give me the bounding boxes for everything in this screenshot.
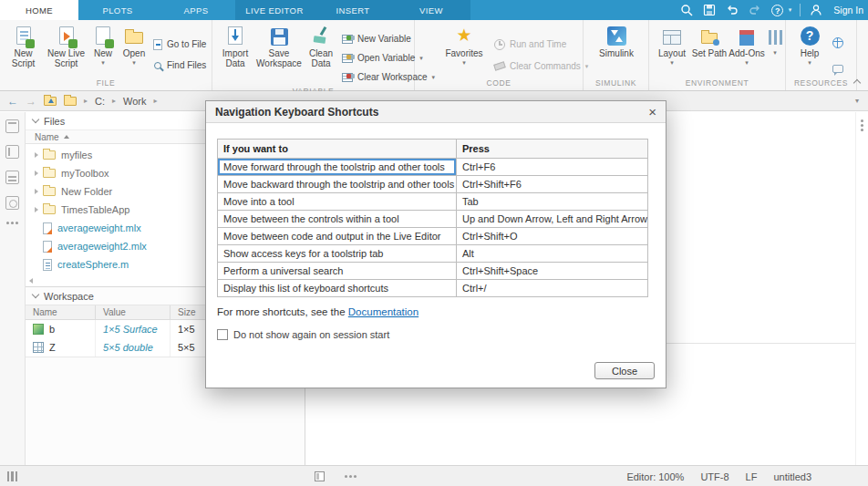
documentation-link[interactable]: Documentation — [348, 306, 418, 317]
import-data-button[interactable]: Import Data — [215, 23, 255, 68]
expand-chevron-icon[interactable] — [35, 171, 38, 176]
layout-button[interactable]: Layout ▾ — [654, 23, 690, 66]
folder-icon — [43, 169, 56, 178]
shortcut-keys: Up and Down Arrow, Left and Right Arrow — [457, 211, 648, 228]
new-button[interactable]: New ▾ — [88, 23, 118, 66]
table-row[interactable]: Move between the controls within a tool … — [218, 211, 648, 228]
tab-view[interactable]: VIEW — [392, 0, 470, 20]
favorites-button[interactable]: ★ Favorites ▾ — [442, 23, 486, 66]
breadcrumb-drive[interactable]: C: — [95, 96, 105, 107]
recent-folders-caret-icon[interactable]: ▾ — [855, 97, 859, 105]
shortcut-action[interactable]: Show access keys for a toolstrip tab — [218, 245, 457, 263]
clear-commands-button[interactable]: Clear Commands ▾ — [491, 57, 591, 75]
add-ons-button[interactable]: Add-Ons ▾ — [728, 23, 765, 66]
simulink-label: Simulink — [599, 48, 634, 58]
more-panels-icon[interactable] — [6, 222, 9, 224]
dialog-body: If you want to Press Move forward throug… — [206, 123, 666, 388]
collapse-files-icon[interactable] — [32, 116, 39, 123]
tree-item-label: myfiles — [61, 150, 92, 160]
chevron-down-icon: ▾ — [462, 59, 466, 66]
dont-show-again-checkbox[interactable] — [217, 329, 228, 340]
files-panel-icon[interactable] — [5, 119, 19, 133]
ribbon-section-variable: Import Data Save Workspace Clean Data Ne… — [212, 20, 415, 90]
panel-toggle-icon[interactable] — [315, 471, 325, 481]
search-icon[interactable] — [679, 3, 694, 17]
close-button[interactable]: Close — [594, 362, 655, 379]
find-files-button[interactable]: Find Files — [150, 57, 209, 74]
file-encoding[interactable]: UTF-8 — [700, 471, 728, 482]
shortcut-action[interactable]: Perform a universal search — [218, 263, 457, 280]
redo-icon[interactable] — [748, 3, 762, 17]
expand-chevron-icon[interactable] — [35, 207, 38, 212]
layout-grip-icon[interactable] — [7, 471, 17, 481]
shortcut-action[interactable]: Move forward through the toolstrip and o… — [218, 159, 457, 176]
table-row[interactable]: Move forward through the toolstrip and o… — [218, 159, 648, 176]
tab-plots[interactable]: PLOTS — [78, 0, 157, 20]
shortcut-action[interactable]: Move between the controls within a tool — [218, 211, 457, 228]
tab-home[interactable]: HOME — [0, 0, 78, 20]
shortcut-action[interactable]: Move between code and output in the Live… — [218, 228, 457, 245]
back-button[interactable]: ← — [7, 91, 18, 111]
request-support-button[interactable] — [830, 60, 846, 78]
expand-chevron-icon[interactable] — [35, 152, 38, 158]
table-row[interactable]: Perform a universal search Ctrl+Shift+Sp… — [218, 263, 648, 280]
properties-panel-icon[interactable] — [5, 171, 19, 184]
expand-chevron-icon[interactable] — [35, 189, 38, 194]
plots-panel-icon[interactable] — [5, 196, 19, 210]
chevron-down-icon: ▾ — [773, 49, 777, 56]
shortcut-action[interactable]: Move into a tool — [218, 193, 457, 211]
breadcrumb-separator-icon: ▸ — [84, 97, 88, 105]
clean-data-button[interactable]: Clean Data — [303, 23, 339, 68]
clear-commands-icon — [493, 61, 506, 70]
more-status-icon[interactable] — [345, 475, 347, 478]
line-ending[interactable]: LF — [746, 471, 758, 482]
save-icon[interactable] — [702, 3, 717, 17]
table-row[interactable]: Display this list of keyboard shortcuts … — [218, 280, 648, 297]
add-ons-icon — [739, 35, 754, 46]
tab-insert[interactable]: INSERT — [314, 0, 392, 20]
scroll-left-icon[interactable] — [29, 278, 33, 284]
shortcut-action[interactable]: Move backward through the toolstrip and … — [218, 176, 457, 193]
shortcut-action[interactable]: Display this list of keyboard shortcuts — [218, 280, 457, 297]
help-button[interactable]: ? Help ▾ — [793, 23, 826, 66]
close-icon[interactable]: × — [648, 105, 656, 119]
table-row[interactable]: Show access keys for a toolstrip tab Alt — [218, 245, 648, 263]
new-icon — [96, 26, 110, 45]
tab-live-editor[interactable]: LIVE EDITOR — [235, 0, 314, 20]
workspace-panel-icon[interactable] — [5, 145, 19, 159]
new-live-script-button[interactable]: New Live Script — [44, 23, 88, 68]
help-icon[interactable]: ? — [770, 3, 785, 17]
table-row[interactable]: Move between code and output in the Live… — [218, 228, 648, 245]
panel-handle-icon[interactable] — [861, 119, 863, 122]
dialog-titlebar[interactable]: Navigation Keyboard Shortcuts × — [206, 101, 666, 123]
save-workspace-button[interactable]: Save Workspace — [255, 23, 303, 68]
chevron-down-icon: ▾ — [789, 6, 792, 14]
column-value: Value — [96, 305, 170, 319]
forward-button[interactable]: → — [26, 91, 36, 111]
tab-apps[interactable]: APPS — [157, 0, 235, 20]
undo-icon[interactable] — [725, 3, 739, 17]
open-button[interactable]: Open ▾ — [118, 23, 150, 66]
table-row[interactable]: Move backward through the toolstrip and … — [218, 176, 648, 193]
simulink-button[interactable]: Simulink — [594, 23, 638, 58]
go-to-file-button[interactable]: Go to File — [150, 36, 209, 53]
editor-zoom-level[interactable]: Editor: 100% — [626, 471, 684, 482]
up-one-level-icon[interactable] — [44, 97, 57, 106]
workspace-panel-title: Workspace — [44, 291, 94, 302]
profile-icon[interactable] — [809, 3, 823, 17]
table-row[interactable]: Move into a tool Tab — [218, 193, 648, 211]
request-support-icon — [832, 65, 843, 73]
breadcrumb-folder[interactable]: Work — [123, 96, 146, 107]
open-variable-icon — [342, 54, 353, 63]
ribbon-section-resources: ? Help ▾ RESOURCES — [786, 20, 857, 90]
tree-item-label: New Folder — [61, 186, 112, 197]
set-path-button[interactable]: Set Path — [690, 23, 728, 58]
community-button[interactable] — [830, 34, 846, 51]
collapse-workspace-icon[interactable] — [32, 291, 39, 298]
go-to-file-label: Go to File — [167, 39, 206, 49]
parallel-button[interactable]: ▾ — [765, 23, 785, 56]
chevron-down-icon: ▾ — [132, 59, 136, 66]
run-and-time-button[interactable]: Run and Time — [491, 36, 591, 53]
new-script-button[interactable]: New Script — [3, 23, 44, 68]
sign-in-link[interactable]: Sign In — [833, 5, 863, 16]
